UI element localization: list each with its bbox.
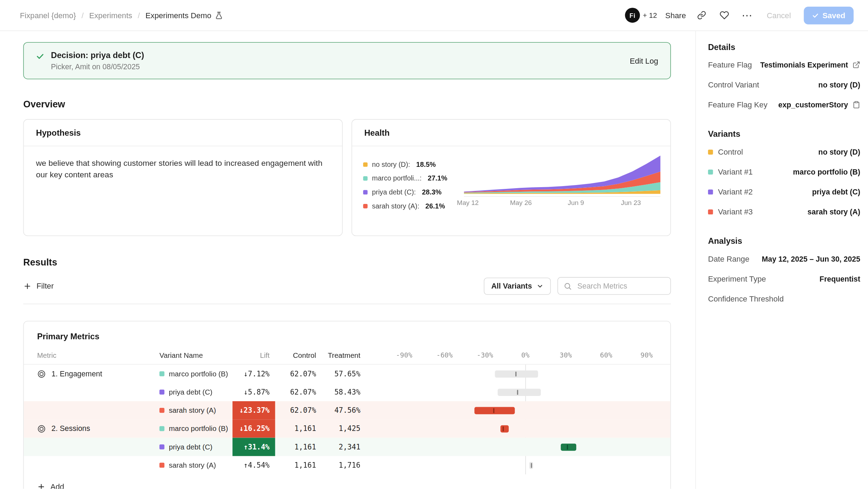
confidence-interval-bar <box>500 425 509 432</box>
treatment-value: 1,716 <box>319 456 369 474</box>
legend-item: no story (D): 18.5% <box>363 161 456 168</box>
hypothesis-text: we believe that showing customer stories… <box>24 146 342 192</box>
legend-color-dot <box>363 190 368 194</box>
topbar: Fixpanel {demo} / Experiments / Experime… <box>0 0 868 31</box>
control-value: 62.07% <box>275 401 319 419</box>
add-filter-button[interactable]: Filter <box>23 282 54 290</box>
saved-button[interactable]: Saved <box>804 6 854 24</box>
lift-badge: ↓16.25% <box>232 419 275 438</box>
variant-color-dot <box>159 426 164 431</box>
breadcrumb-experiments[interactable]: Experiments <box>89 11 132 20</box>
collaborators-group[interactable]: Fi + 12 <box>625 8 657 23</box>
table-row[interactable]: sarah story (A) ↓23.37% 62.07% 47.56% <box>24 401 670 419</box>
legend-item: marco portfoli...: 27.1% <box>363 175 456 182</box>
cancel-button[interactable]: Cancel <box>762 6 795 24</box>
clipboard-copy-icon[interactable] <box>853 101 860 108</box>
variant-color-dot <box>708 169 713 174</box>
lift-value: ↓7.12% <box>244 370 275 378</box>
table-row[interactable]: sarah story (A) ↑4.54% 1,161 1,716 <box>24 456 670 474</box>
column-header-lift: Lift <box>232 346 275 364</box>
table-body: 1. Engagement marco portfolio (B) ↓7.12%… <box>24 364 670 474</box>
axis-tick: -30% <box>477 351 493 359</box>
axis-tick: -90% <box>396 351 412 359</box>
divider <box>23 304 671 304</box>
app-window: Fixpanel {demo} / Experiments / Experime… <box>0 0 868 489</box>
variant-color-dot <box>159 445 164 449</box>
hypothesis-card: Hypothesis we believe that showing custo… <box>23 119 343 236</box>
treatment-value: 2,341 <box>319 438 369 456</box>
axis-tick: 90% <box>641 351 653 359</box>
detail-row-control-variant: Control Variant no story (D) <box>708 75 860 95</box>
variant-name: priya debt (C) <box>169 443 212 451</box>
primary-metrics-card: Primary Metrics Metric Variant Name Lift… <box>23 321 671 489</box>
variant-color-dot <box>708 149 713 154</box>
table-row[interactable]: 2. Sessions marco portfolio (B) ↓16.25% … <box>24 419 670 438</box>
search-icon <box>564 282 572 290</box>
variant-color-dot <box>708 209 713 214</box>
analysis-row-experiment-type: Experiment Type Frequentist <box>708 269 860 289</box>
health-title: Health <box>352 120 671 146</box>
share-button[interactable]: Share <box>665 11 686 20</box>
axis-header: -90% -60% -30% 0% 30% 60% 90% <box>369 346 671 364</box>
legend-item: priya debt (C): 28.3% <box>363 189 456 196</box>
decision-banner: Decision: priya debt (C) Picker, Amit on… <box>23 42 671 79</box>
confidence-interval-cell <box>369 364 671 383</box>
control-value: 62.07% <box>275 364 319 383</box>
control-value: 1,161 <box>275 419 319 438</box>
search-metrics-input[interactable] <box>576 281 665 291</box>
breadcrumb-separator: / <box>81 11 84 20</box>
table-row[interactable]: priya debt (C) ↑31.4% 1,161 2,341 <box>24 438 670 456</box>
overview-heading: Overview <box>23 99 671 111</box>
target-icon <box>37 369 46 378</box>
variant-name: priya debt (C) <box>169 388 212 396</box>
main-content: Decision: priya debt (C) Picker, Amit on… <box>0 31 695 489</box>
breadcrumb-home[interactable]: Fixpanel {demo} <box>20 11 76 20</box>
variants-heading: Variants <box>708 129 860 139</box>
variant-name: marco portfolio (B) <box>169 424 228 433</box>
lift-value: ↓5.87% <box>244 388 275 396</box>
plus-icon <box>37 482 45 489</box>
metric-name: 2. Sessions <box>51 424 90 433</box>
axis-tick: 60% <box>600 351 612 359</box>
treatment-value: 57.65% <box>319 364 369 383</box>
more-options-icon[interactable]: ⋯ <box>740 8 754 22</box>
health-legend: no story (D): 18.5% marco portfoli...: 2… <box>363 154 456 210</box>
variant-color-dot <box>159 408 164 413</box>
variant-row-3: Variant #3 sarah story (A) <box>708 202 860 222</box>
edit-log-button[interactable]: Edit Log <box>630 56 658 65</box>
table-header: Metric Variant Name Lift Control Treatme… <box>24 346 670 364</box>
hypothesis-title: Hypothesis <box>24 120 342 146</box>
confidence-interval-cell <box>369 438 671 456</box>
variant-color-dot <box>159 371 164 376</box>
x-axis-tick: Jun 23 <box>621 199 641 207</box>
variant-row-2: Variant #2 priya debt (C) <box>708 182 860 202</box>
plus-icon <box>23 282 32 290</box>
analysis-heading: Analysis <box>708 236 860 246</box>
treatment-value: 47.56% <box>319 401 369 419</box>
table-row[interactable]: priya debt (C) ↓5.87% 62.07% 58.43% <box>24 383 670 401</box>
details-heading: Details <box>708 42 860 51</box>
chevron-down-icon <box>536 282 544 290</box>
confidence-interval-bar <box>475 407 515 414</box>
column-header-metric: Metric <box>24 346 159 364</box>
check-icon <box>812 12 819 19</box>
collaborators-count: + 12 <box>643 11 657 20</box>
primary-metrics-title: Primary Metrics <box>24 321 670 346</box>
ci-median-marker <box>493 408 494 413</box>
table-row[interactable]: 1. Engagement marco portfolio (B) ↓7.12%… <box>24 364 670 383</box>
copy-link-icon[interactable] <box>694 8 709 22</box>
decision-title: Decision: priya debt (C) <box>51 50 144 60</box>
variant-row-control: Control no story (D) <box>708 142 860 162</box>
lift-value: ↑4.54% <box>244 461 275 469</box>
analysis-row-date-range: Date Range May 12, 2025 – Jun 30, 2025 <box>708 249 860 269</box>
check-icon <box>36 52 44 61</box>
breadcrumb-current[interactable]: Experiments Demo <box>145 11 223 20</box>
confidence-interval-bar <box>561 443 576 451</box>
avatar[interactable]: Fi <box>625 8 640 23</box>
external-link-icon[interactable] <box>853 61 860 69</box>
favorite-heart-icon[interactable] <box>717 8 731 22</box>
variants-dropdown[interactable]: All Variants <box>484 277 551 295</box>
variant-name: sarah story (A) <box>169 406 216 414</box>
add-metric-button[interactable]: Add <box>24 474 670 489</box>
lift-badge: ↓23.37% <box>232 401 275 419</box>
